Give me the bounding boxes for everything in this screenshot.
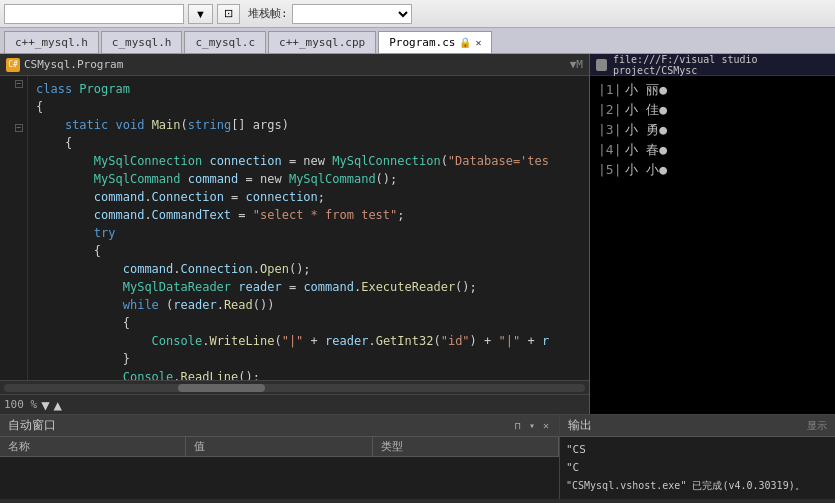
console-line-4: |4|小 春● <box>598 140 827 160</box>
output-actions: 显示 <box>807 419 827 433</box>
tab-bar: c++_mysql.h c_mysql.h c_mysql.c c++_mysq… <box>0 28 835 54</box>
output-title: 输出 显示 <box>560 415 835 437</box>
console-output: |1|小 丽● |2|小 佳● |3|小 勇● |4|小 春● |5|小 小● <box>590 76 835 414</box>
bottom-close-btn[interactable]: ✕ <box>541 420 551 431</box>
zoom-bar: 100 % ▼ ▲ <box>0 394 589 414</box>
collapse-btn-1[interactable]: − <box>15 80 23 88</box>
bottom-table-rows <box>0 457 559 499</box>
toolbar-stack-dropdown[interactable] <box>292 4 412 24</box>
console-line-3: |3|小 勇● <box>598 120 827 140</box>
console-line-2: |2|小 佳● <box>598 100 827 120</box>
auto-window-title: 自动窗口 <box>8 417 56 434</box>
console-line-1: |1|小 丽● <box>598 80 827 100</box>
col-value: 值 <box>186 437 372 456</box>
breadcrumb-path: CSMysql.Program <box>24 58 123 71</box>
tab-close-x-icon[interactable]: ✕ <box>475 37 481 48</box>
zoom-up-btn[interactable]: ▲ <box>54 398 62 412</box>
console-title-bar: file:///F:/visual studio project/CSMysc <box>590 54 835 76</box>
h-scroll-thumb[interactable] <box>178 384 265 392</box>
output-line-2: "C <box>566 459 829 477</box>
h-scrollbar[interactable] <box>0 380 589 394</box>
bottom-right-panel: 输出 显示 "CS "C "CSMysql.vshost.exe" 已完成(v4… <box>560 415 835 499</box>
console-line-5: |5|小 小● <box>598 160 827 180</box>
tab-cpp-mysql-cpp[interactable]: c++_mysql.cpp <box>268 31 376 53</box>
editor-container: C# CSMysql.Program ▼M − − <box>0 54 835 414</box>
toolbar-stack-label: 堆栈帧: <box>248 6 288 21</box>
console-icon <box>596 59 607 71</box>
zoom-down-btn[interactable]: ▼ <box>41 398 49 412</box>
console-title: file:///F:/visual studio project/CSMysc <box>613 54 829 76</box>
bottom-table: 名称 值 类型 <box>0 437 559 499</box>
col-type: 类型 <box>373 437 559 456</box>
h-scroll-track[interactable] <box>4 384 585 392</box>
tab-close-icon[interactable]: 🔒 <box>459 37 471 48</box>
bottom-pin-btn[interactable]: ⊓ <box>513 420 523 431</box>
bottom-panel: 自动窗口 ⊓ ▾ ✕ 名称 值 类型 输出 显示 "CS "C "CSMysql… <box>0 414 835 499</box>
console-panel: file:///F:/visual studio project/CSMysc … <box>590 54 835 414</box>
bottom-title-actions: ⊓ ▾ ✕ <box>513 420 551 431</box>
code-content[interactable]: class Program { static void Main(string[… <box>28 76 589 380</box>
breadcrumb-arrow: ▼M <box>570 58 583 71</box>
zoom-level: 100 % <box>4 398 37 411</box>
output-content: "CS "C "CSMysql.vshost.exe" 已完成(v4.0.303… <box>560 437 835 499</box>
tab-c-mysql-h[interactable]: c_mysql.h <box>101 31 183 53</box>
toolbar-filter-btn[interactable]: ▼ <box>188 4 213 24</box>
toolbar-search-input[interactable] <box>4 4 184 24</box>
ln-collapse-1: − <box>4 80 23 88</box>
bottom-left-panel: 自动窗口 ⊓ ▾ ✕ 名称 值 类型 <box>0 415 560 499</box>
collapse-btn-2[interactable]: − <box>15 124 23 132</box>
tab-c-mysql-c[interactable]: c_mysql.c <box>184 31 266 53</box>
bottom-panel-title-bar: 自动窗口 ⊓ ▾ ✕ <box>0 415 559 437</box>
tab-cpp-mysql-h[interactable]: c++_mysql.h <box>4 31 99 53</box>
code-area[interactable]: − − class Progr <box>0 76 589 380</box>
col-name: 名称 <box>0 437 186 456</box>
output-line-3: "CSMysql.vshost.exe" 已完成(v4.0.30319)。 <box>566 477 829 495</box>
bottom-table-header: 名称 值 类型 <box>0 437 559 457</box>
tab-program-cs[interactable]: Program.cs 🔒 ✕ <box>378 31 492 53</box>
bottom-dock-btn[interactable]: ▾ <box>527 420 537 431</box>
csharp-icon: C# <box>6 58 20 72</box>
breadcrumb-bar: C# CSMysql.Program ▼M <box>0 54 589 76</box>
toolbar-pin-btn[interactable]: ⊡ <box>217 4 240 24</box>
line-numbers: − − <box>0 76 28 380</box>
code-panel: C# CSMysql.Program ▼M − − <box>0 54 590 414</box>
toolbar: ▼ ⊡ 堆栈帧: <box>0 0 835 28</box>
ln-collapse-2: − <box>4 124 23 132</box>
output-line-1: "CS <box>566 441 829 459</box>
